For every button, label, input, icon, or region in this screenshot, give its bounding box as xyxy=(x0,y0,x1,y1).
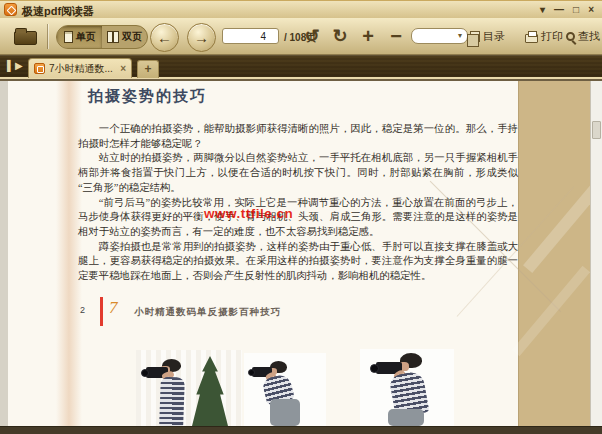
single-page-view-button[interactable]: 单页 xyxy=(57,26,102,48)
titlebar: 极速pdf阅读器 ▾ — □ × xyxy=(0,0,602,18)
zoom-level-select[interactable]: ▾ xyxy=(411,28,468,44)
document-heading: 拍摄姿势的技巧 xyxy=(88,87,207,106)
scrollbar-thumb[interactable] xyxy=(592,121,601,139)
tab-close-icon[interactable]: × xyxy=(120,63,126,74)
person-torso xyxy=(159,377,185,426)
single-page-label: 单页 xyxy=(76,30,96,44)
search-label: 查找 xyxy=(578,29,600,44)
open-file-button[interactable] xyxy=(12,26,40,47)
book-page-number: 2 xyxy=(80,305,85,315)
toolbar: 单页 双页 ← → / 108页 ↺ ↻ + − ▾ 目录 打印 xyxy=(0,18,602,55)
rotate-left-button[interactable]: ↺ xyxy=(299,24,325,48)
document-icon xyxy=(34,63,45,74)
printer-icon xyxy=(525,34,538,43)
sidebar-toggle-icon[interactable]: ▌▶ xyxy=(7,60,24,71)
camera-lens xyxy=(141,369,149,377)
paragraph: 一个正确的拍摄姿势，能帮助摄影师获得清晰的照片，因此，稳定是第一位的。那么，手持… xyxy=(78,122,518,151)
toc-icon xyxy=(470,31,480,42)
pdf-page: 拍摄姿势的技巧 一个正确的拍摄姿势，能帮助摄影师获得清晰的照片，因此，稳定是第一… xyxy=(8,81,590,426)
tab-title: 7小时精通数... xyxy=(49,62,116,76)
search-icon xyxy=(566,32,575,41)
back-arrow-icon: ← xyxy=(157,30,172,45)
footer-series-numeral: 7 xyxy=(109,298,118,318)
forward-arrow-icon: → xyxy=(194,30,209,45)
zoom-in-button[interactable]: + xyxy=(355,24,381,48)
rotate-right-button[interactable]: ↻ xyxy=(327,24,353,48)
menu-dropdown-icon[interactable]: ▾ xyxy=(540,3,545,17)
next-page-button[interactable]: → xyxy=(187,23,216,52)
single-page-icon xyxy=(64,31,73,43)
view-mode-group: 单页 双页 xyxy=(56,25,148,49)
page-edge-band xyxy=(518,81,590,426)
double-page-icon xyxy=(107,31,119,43)
app-logo-icon xyxy=(4,3,17,16)
person-legs xyxy=(388,409,424,426)
previous-page-button[interactable]: ← xyxy=(150,23,179,52)
toc-label: 目录 xyxy=(483,29,505,44)
vertical-scrollbar[interactable] xyxy=(590,81,602,426)
toc-button[interactable]: 目录 xyxy=(470,29,505,44)
new-tab-button[interactable]: + xyxy=(137,60,159,78)
close-icon[interactable]: × xyxy=(588,3,594,17)
print-button[interactable]: 打印 xyxy=(525,29,563,44)
window-title: 极速pdf阅读器 xyxy=(22,4,94,19)
paragraph: 蹲姿拍摄也是常常用到的拍摄姿势，这样的姿势由于重心低、手肘可以直接支撑在膝盖或大… xyxy=(78,240,518,284)
photo-standing-pose xyxy=(136,350,242,426)
print-label: 打印 xyxy=(541,29,563,44)
page-footer: 2 7 小时精通数码单反摄影百种技巧 xyxy=(8,296,518,330)
app-window: 极速pdf阅读器 ▾ — □ × 单页 双页 ← → xyxy=(0,0,602,434)
zoom-out-button[interactable]: − xyxy=(383,24,409,48)
minimize-icon[interactable]: — xyxy=(554,3,564,17)
footer-book-title: 小时精通数码单反摄影百种技巧 xyxy=(134,306,281,319)
toolbar-divider xyxy=(47,24,48,49)
photo-kneeling-pose xyxy=(360,349,454,426)
window-controls: ▾ — □ × xyxy=(540,3,594,17)
watermark-text: www.ttfile.cn xyxy=(204,206,293,221)
tree-shape xyxy=(192,356,228,426)
document-tab[interactable]: 7小时精通数... × xyxy=(28,58,132,78)
paragraph: 站立时的拍摄姿势，两脚微分以自然姿势站立，一手平托在相机底部，另一只手握紧相机手… xyxy=(78,151,518,195)
person-legs xyxy=(270,399,300,426)
window-bottom-edge xyxy=(0,426,602,434)
footer-red-bar xyxy=(100,297,103,326)
camera-lens xyxy=(370,364,379,373)
photo-crouching-pose xyxy=(244,353,326,426)
maximize-icon[interactable]: □ xyxy=(573,3,579,17)
search-button[interactable]: 查找 xyxy=(566,29,600,44)
folder-icon xyxy=(14,31,37,45)
double-page-view-button[interactable]: 双页 xyxy=(102,26,147,48)
combo-arrow-icon: ▾ xyxy=(458,31,462,40)
document-viewport: 拍摄姿势的技巧 一个正确的拍摄姿势，能帮助摄影师获得清晰的照片，因此，稳定是第一… xyxy=(0,81,602,426)
camera-lens xyxy=(248,369,255,376)
page-number-input[interactable] xyxy=(222,28,279,44)
tab-bar: ▌▶ 7小时精通数... × + xyxy=(0,55,602,79)
double-page-label: 双页 xyxy=(122,30,142,44)
